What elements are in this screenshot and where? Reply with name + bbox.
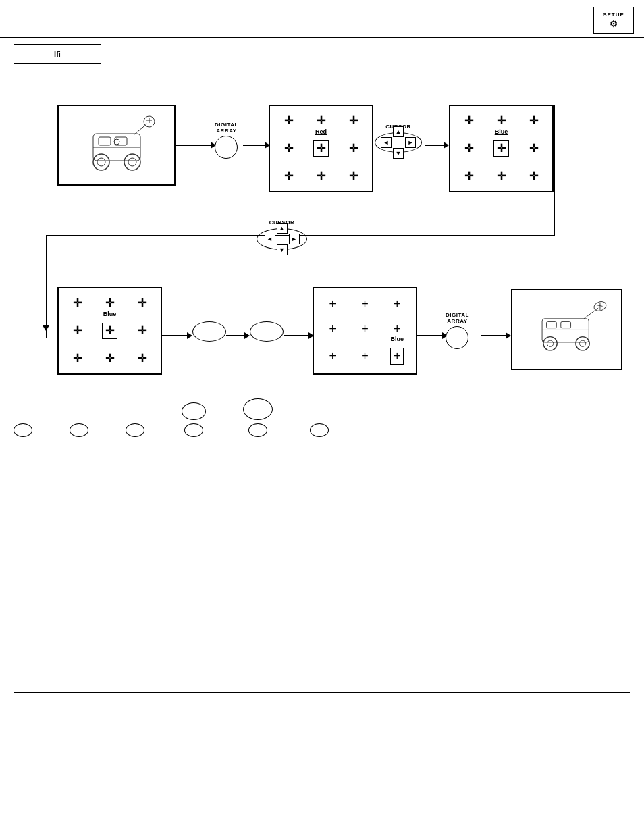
bottom-oval-4 — [182, 402, 206, 439]
robot-image-1 — [57, 105, 176, 186]
oval-row2-1 — [192, 321, 226, 342]
cursor2-down[interactable]: ▼ — [277, 244, 288, 255]
da1-circle — [215, 136, 238, 159]
g2-cell-3-2: ✛ — [488, 166, 515, 186]
cursor-2: CURSOR ▲ ◄ ► ▼ — [257, 219, 307, 250]
arrow-oval1-to-oval2 — [226, 329, 250, 342]
setup-label: SETUP — [603, 11, 624, 18]
g3-cell-2-2-highlight: Blue ✛ — [97, 319, 124, 344]
g3-cell-3-2: ✛ — [97, 348, 124, 368]
cursor-1: CURSOR ▲ ◄ ► ▼ — [375, 124, 422, 153]
cell-1-1: ✛ — [275, 111, 302, 131]
svg-rect-22 — [546, 321, 556, 328]
g3-cell-2-3: ✛ — [128, 319, 155, 344]
grid-3-content: ✛ ✛ ✛ ✛ Blue ✛ ✛ ✛ ✛ ✛ — [59, 288, 161, 373]
g2-cell-1-1: ✛ — [456, 111, 483, 131]
grid-box-2: ✛ ✛ ✛ ✛ Blue ✛ ✛ ✛ ✛ ✛ — [449, 105, 554, 192]
g3-cell-highlight-label-blue: Blue — [103, 311, 117, 317]
robot-svg-1 — [73, 113, 161, 178]
oval-5b — [248, 423, 267, 437]
g2-cell-1-3: ✛ — [520, 111, 547, 131]
svg-point-1 — [93, 154, 109, 170]
grid-1-content: ✛ ✛ ✛ ✛ Red ✛ ✛ ✛ ✛ ✛ — [270, 106, 372, 191]
bottom-oval-2 — [70, 423, 88, 439]
svg-rect-10 — [115, 137, 127, 145]
svg-point-15 — [547, 340, 553, 346]
arrow-down-to-row2 — [43, 325, 49, 331]
svg-rect-23 — [560, 321, 570, 328]
cell-2-2-highlight: Red ✛ — [308, 136, 335, 161]
svg-rect-9 — [99, 137, 111, 145]
g2-cell-2-3: ✛ — [520, 136, 547, 161]
g2-cell-2-1: ✛ — [456, 136, 483, 161]
svg-rect-13 — [542, 319, 589, 342]
g4-cell-2-2: + — [352, 319, 379, 338]
arrow-robot1-to-da1 — [176, 138, 216, 152]
g2-cell-2-2-highlight: Blue ✛ — [488, 136, 515, 161]
note-box — [14, 692, 630, 746]
grid-box-3: ✛ ✛ ✛ ✛ Blue ✛ ✛ ✛ ✛ ✛ — [57, 287, 162, 375]
g2-cell-3-1: ✛ — [456, 166, 483, 186]
digital-array-1: DIGITALARRAY — [215, 122, 238, 159]
da2-label: DIGITALARRAY — [446, 312, 469, 324]
gear-icon: ⚙ — [610, 19, 618, 29]
cursor1-right[interactable]: ► — [405, 137, 416, 148]
cell-1-3: ✛ — [340, 111, 367, 131]
digital-array-2: DIGITALARRAY — [446, 312, 469, 349]
bottom-oval-3 — [126, 423, 144, 439]
arrow-oval2-to-grid4 — [284, 329, 314, 342]
g2-cell-3-3: ✛ — [520, 166, 547, 186]
oval-6 — [310, 423, 329, 437]
cursor1-left[interactable]: ◄ — [381, 137, 392, 148]
svg-point-4 — [128, 158, 136, 166]
robot-svg-2 — [527, 299, 608, 360]
cell-2-1: ✛ — [275, 136, 302, 161]
oval-4b — [184, 423, 203, 437]
oval-row2-2 — [250, 321, 284, 342]
g2-cell-highlight-label-blue: Blue — [495, 128, 508, 135]
vline-to-row2 — [46, 235, 47, 338]
cursor2-arrows: ▲ ◄ ► ▼ — [265, 223, 300, 255]
cursor1-up[interactable]: ▲ — [393, 126, 404, 137]
cursor2-up[interactable]: ▲ — [277, 223, 288, 234]
oval-4 — [182, 402, 206, 420]
bottom-oval-6 — [310, 423, 329, 439]
bottom-oval-row — [14, 398, 329, 439]
svg-line-20 — [596, 305, 602, 307]
g3-cell-1-1: ✛ — [64, 294, 91, 313]
cursor1-arrows: ▲ ◄ ► ▼ — [381, 126, 416, 159]
grid-2-content: ✛ ✛ ✛ ✛ Blue ✛ ✛ ✛ ✛ ✛ — [450, 106, 552, 191]
arrow-da2-to-robot2 — [481, 329, 511, 342]
g3-cell-2-1: ✛ — [64, 319, 91, 344]
cursor2-left[interactable]: ◄ — [265, 234, 275, 244]
page-label: Ifi — [14, 44, 101, 64]
top-divider — [0, 37, 644, 38]
cell-3-3: ✛ — [340, 166, 367, 186]
da1-label: DIGITALARRAY — [215, 122, 238, 134]
grid-box-1: ✛ ✛ ✛ ✛ Red ✛ ✛ ✛ ✛ ✛ — [269, 105, 373, 192]
cell-2-3: ✛ — [340, 136, 367, 161]
cell-3-1: ✛ — [275, 166, 302, 186]
cursor1-down[interactable]: ▼ — [393, 148, 404, 159]
setup-button[interactable]: SETUP ⚙ — [593, 7, 634, 34]
g3-cell-1-3: ✛ — [128, 294, 155, 313]
g4-cell-3-3-highlight: Blue + — [383, 344, 410, 368]
cell-3-2: ✛ — [308, 166, 335, 186]
g4-cell-3-1: + — [319, 344, 346, 368]
g3-cell-3-1: ✛ — [64, 348, 91, 368]
g4-cell-highlight-label-blue: Blue — [390, 336, 404, 342]
g4-cell-1-1: + — [319, 294, 346, 313]
oval-3 — [126, 423, 144, 437]
g4-cell-1-2: + — [352, 294, 379, 313]
svg-line-18 — [583, 308, 597, 319]
robot-image-2 — [511, 289, 622, 370]
arrow-grid4-to-da2 — [417, 329, 448, 342]
svg-point-17 — [579, 340, 585, 346]
g4-cell-1-3: + — [383, 294, 410, 313]
cursor2-right[interactable]: ► — [289, 234, 300, 244]
bottom-oval-5 — [243, 398, 273, 439]
cursor2-oval: ▲ ◄ ► ▼ — [257, 228, 307, 250]
arrow-grid3-to-oval1 — [162, 329, 192, 342]
svg-point-3 — [124, 154, 140, 170]
g4-cell-3-2: + — [352, 344, 379, 368]
